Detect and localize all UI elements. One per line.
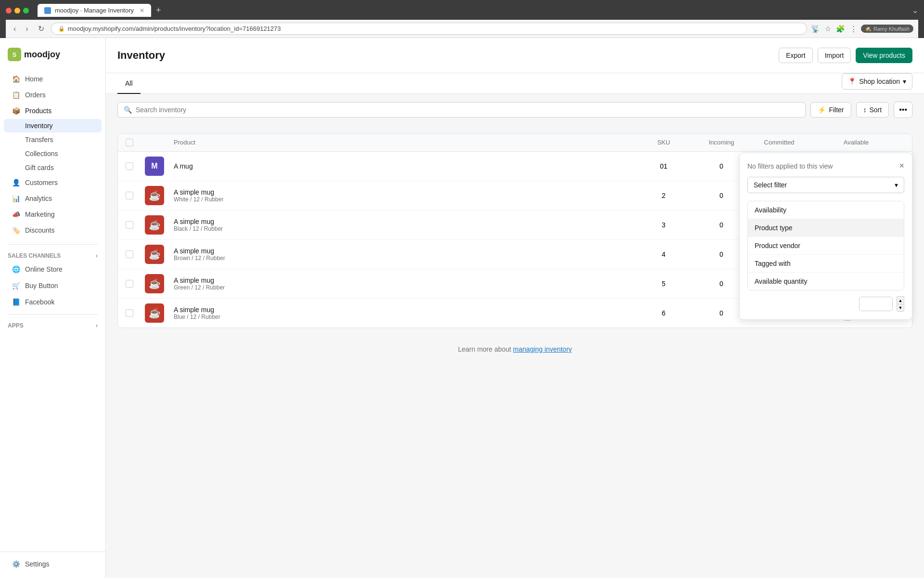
shopify-wordmark: moodjoy bbox=[24, 50, 60, 60]
sidebar-item-settings-label: Settings bbox=[25, 560, 50, 568]
row-5-thumb: ☕ bbox=[145, 274, 174, 293]
tab-all[interactable]: All bbox=[117, 74, 141, 94]
more-btn[interactable]: ••• bbox=[894, 102, 912, 118]
filter-option-tagged-with[interactable]: Tagged with bbox=[748, 255, 904, 273]
apps-expand[interactable]: › bbox=[96, 322, 98, 329]
filter-qty-input[interactable]: 5 bbox=[859, 297, 893, 311]
filter-option-product-type-label: Product type bbox=[755, 224, 793, 232]
filter-no-filters-text: No filters applied to this view bbox=[747, 162, 833, 170]
marketing-icon: 📣 bbox=[12, 210, 20, 219]
search-bar[interactable]: 🔍 bbox=[117, 102, 806, 118]
table-header: Product SKU Incoming Committed Available bbox=[118, 134, 912, 152]
select-all-checkbox[interactable] bbox=[126, 139, 133, 146]
main-content: Inventory Export Import View products Al… bbox=[106, 38, 924, 578]
sidebar-item-products[interactable]: 📦 Products bbox=[4, 103, 102, 118]
sidebar-sub-item-transfers[interactable]: Transfers bbox=[4, 133, 102, 146]
filter-panel: No filters applied to this view × Select… bbox=[739, 153, 912, 320]
learn-more-text: Learn more about bbox=[458, 345, 513, 353]
active-tab[interactable]: moodjoy · Manage Inventory ✕ bbox=[38, 4, 151, 17]
sales-channels-label: Sales channels bbox=[8, 252, 61, 259]
filter-qty-up[interactable]: ▲ bbox=[897, 296, 904, 304]
sidebar-item-buy-button[interactable]: 🛒 Buy Button bbox=[4, 278, 102, 293]
product-thumbnail: ☕ bbox=[145, 215, 164, 235]
sidebar-item-orders-label: Orders bbox=[25, 91, 46, 99]
row-4-variant: Brown / 12 / Rubber bbox=[174, 255, 635, 262]
sidebar-item-marketing-label: Marketing bbox=[25, 210, 54, 218]
managing-inventory-link[interactable]: managing inventory bbox=[513, 345, 572, 353]
maximize-window-btn[interactable] bbox=[23, 8, 29, 13]
sidebar-sub-item-gift-cards[interactable]: Gift cards bbox=[4, 161, 102, 174]
collapse-btn[interactable]: ⌄ bbox=[912, 6, 918, 15]
sidebar-item-marketing[interactable]: 📣 Marketing bbox=[4, 207, 102, 222]
close-window-btn[interactable] bbox=[6, 8, 12, 13]
sidebar-item-orders[interactable]: 📋 Orders bbox=[4, 87, 102, 103]
filter-option-availability[interactable]: Availability bbox=[748, 201, 904, 219]
sidebar-item-online-store[interactable]: 🌐 Online Store bbox=[4, 262, 102, 277]
shopify-logo[interactable]: S moodjoy bbox=[8, 48, 60, 61]
sidebar-item-settings[interactable]: ⚙️ Settings bbox=[4, 556, 102, 572]
browser-nav-icons: 📡 ☆ 🧩 ⋮ bbox=[811, 25, 857, 33]
filter-option-product-vendor[interactable]: Product vendor bbox=[748, 237, 904, 255]
browser-chrome: moodjoy · Manage Inventory ✕ + ⌄ ‹ › ↻ 🔒… bbox=[0, 0, 924, 38]
row-1-checkbox bbox=[126, 162, 145, 170]
analytics-icon: 📊 bbox=[12, 194, 20, 203]
filter-btn-label: Filter bbox=[829, 106, 844, 114]
import-btn[interactable]: Import bbox=[818, 48, 851, 63]
sidebar-item-facebook[interactable]: 📘 Facebook bbox=[4, 294, 102, 310]
traffic-lights bbox=[6, 8, 29, 13]
svg-text:S: S bbox=[13, 52, 16, 58]
forward-btn[interactable]: › bbox=[23, 24, 31, 34]
cast-icon[interactable]: 📡 bbox=[811, 25, 820, 33]
filter-qty-down[interactable]: ▼ bbox=[897, 304, 904, 312]
sidebar-item-analytics-label: Analytics bbox=[25, 195, 52, 202]
sidebar-item-customers[interactable]: 👤 Customers bbox=[4, 175, 102, 190]
app-layout: S moodjoy 🏠 Home 📋 Orders 📦 Products Inv… bbox=[0, 38, 924, 578]
tab-close-btn[interactable]: ✕ bbox=[140, 7, 144, 14]
row-6-thumb: ☕ bbox=[145, 303, 174, 323]
sidebar-item-home-label: Home bbox=[25, 75, 43, 83]
sidebar-footer: ⚙️ Settings bbox=[0, 552, 105, 572]
sidebar-divider-2 bbox=[8, 314, 98, 315]
minimize-window-btn[interactable] bbox=[14, 8, 20, 13]
filter-close-btn[interactable]: × bbox=[899, 161, 904, 171]
sort-btn[interactable]: ↕ Sort bbox=[856, 102, 889, 118]
page-title: Inventory bbox=[117, 49, 165, 62]
products-icon: 📦 bbox=[12, 106, 20, 115]
address-bar[interactable]: 🔒 moodjoy.myshopify.com/admin/products/i… bbox=[51, 23, 807, 35]
sidebar-sub-item-inventory-label: Inventory bbox=[25, 122, 53, 130]
bookmark-icon[interactable]: ☆ bbox=[825, 25, 831, 33]
sidebar-item-products-label: Products bbox=[25, 107, 51, 115]
row-1-name: A mug bbox=[174, 162, 635, 170]
sales-channels-expand[interactable]: › bbox=[96, 252, 98, 259]
product-thumbnail: ☕ bbox=[145, 303, 164, 323]
filter-select-label: Select filter bbox=[754, 181, 787, 189]
extensions-icon[interactable]: 🧩 bbox=[836, 25, 845, 33]
row-4-sku: 4 bbox=[635, 250, 693, 258]
sidebar-item-analytics[interactable]: 📊 Analytics bbox=[4, 191, 102, 206]
search-input[interactable] bbox=[136, 106, 799, 114]
tab-all-label: All bbox=[125, 79, 133, 87]
filter-option-available-quantity[interactable]: Available quantity bbox=[748, 273, 904, 290]
home-icon: 🏠 bbox=[12, 75, 20, 83]
online-store-icon: 🌐 bbox=[12, 265, 20, 274]
sidebar-divider bbox=[8, 244, 98, 245]
shop-location-btn[interactable]: 📍 Shop location ▾ bbox=[842, 73, 912, 90]
incognito-label: Ramy Khuffash bbox=[873, 26, 910, 32]
tabs: All bbox=[117, 74, 141, 93]
menu-icon[interactable]: ⋮ bbox=[850, 25, 857, 33]
filter-btn[interactable]: ⚡ Filter bbox=[810, 102, 851, 118]
filter-select-btn[interactable]: Select filter ▾ bbox=[747, 177, 904, 193]
view-products-btn[interactable]: View products bbox=[856, 48, 912, 63]
new-tab-btn[interactable]: + bbox=[156, 5, 161, 15]
row-4-product: A simple mug Brown / 12 / Rubber bbox=[174, 247, 635, 262]
sidebar-sub-item-collections[interactable]: Collections bbox=[4, 147, 102, 160]
filter-option-product-type[interactable]: Product type bbox=[748, 219, 904, 237]
back-btn[interactable]: ‹ bbox=[11, 24, 19, 34]
export-btn[interactable]: Export bbox=[779, 48, 812, 63]
sidebar-item-home[interactable]: 🏠 Home bbox=[4, 71, 102, 87]
sidebar-sub-item-inventory[interactable]: Inventory bbox=[4, 119, 102, 132]
incognito-badge: 🕵 Ramy Khuffash bbox=[861, 25, 913, 33]
sidebar-item-discounts[interactable]: 🏷️ Discounts bbox=[4, 223, 102, 238]
reload-btn[interactable]: ↻ bbox=[35, 23, 47, 34]
sidebar-logo: S moodjoy bbox=[0, 44, 105, 69]
